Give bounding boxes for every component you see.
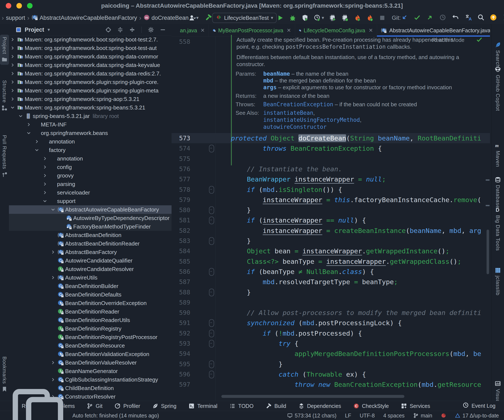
status-widget[interactable]: 4 spaces [383,413,405,419]
tool-window-button-terminal[interactable]: Terminal [188,403,217,409]
stripe-item-project[interactable]: Project [0,35,9,65]
code-line[interactable]: // Allow post-processors to modify the m… [231,308,481,318]
close-icon[interactable]: ✕ [368,27,373,33]
chevron-right-icon[interactable] [10,79,15,85]
editor-tab[interactable]: CMyBeanPostProcessor.java✕ [209,24,295,37]
close-window-button[interactable] [6,3,11,8]
tree-item[interactable]: CFactoryBeanMethodTypeFinder [9,222,172,231]
user-account-icon[interactable]: ▾ [189,14,198,22]
javadoc-link[interactable]: BeanCreationException [263,101,333,108]
tree-item[interactable]: Maven: org.springframework.boot:spring-b… [9,35,172,44]
crosshair-button[interactable] [105,27,112,33]
tree-item[interactable]: CAutowireCandidateQualifier [9,256,172,265]
tree-item[interactable]: CAutowireUtils [9,273,172,282]
chevron-right-icon[interactable] [42,190,48,195]
javadoc-link[interactable]: autowireConstructor [263,124,326,130]
code-line[interactable]: } [231,287,251,297]
tree-item[interactable]: parsing [9,180,172,188]
build-hammer-icon[interactable] [204,14,212,22]
fold-marker[interactable] [209,268,214,276]
tree-item[interactable]: IBeanNameGenerator [9,367,172,375]
stripe-item-maven[interactable]: mMaven [492,140,504,169]
shieldplay-button[interactable] [301,14,309,22]
editor-tab[interactable]: CLifecycleDemoConfig.java✕ [295,24,377,37]
stripe-item-github-copilot[interactable]: GitHub Copilot [492,64,504,113]
code-line[interactable]: if (instanceWrapper == null) { [231,215,366,225]
tree-item[interactable]: BeanDefinitionValidationException [9,350,172,358]
tree-item[interactable]: Maven: org.springframework:spring-beans:… [9,103,172,112]
editor-tab[interactable]: an.java✕ [172,24,209,37]
tree-item[interactable]: CBeanDefinitionReaderUtils [9,316,172,324]
chevron-down-icon[interactable]: ▾ [44,27,50,33]
fold-marker[interactable] [209,330,214,337]
chevron-right-icon[interactable] [10,37,15,42]
tree-item[interactable]: Maven: org.springframework:spring-aop:5.… [9,95,172,103]
tree-item[interactable]: CAbstractBeanDefinitionReader [9,239,172,248]
close-icon[interactable]: ✕ [286,27,291,33]
clockplay-button[interactable]: ▾ [314,14,324,22]
gitok-button[interactable] [414,14,421,22]
chipplay-button[interactable] [329,14,336,22]
breadcrumb-method[interactable]: doCreateBean [150,15,189,21]
status-widget[interactable]: main [413,413,432,419]
chevron-down-icon[interactable] [42,198,48,204]
tool-window-button-build[interactable]: Build [265,403,286,409]
code-line[interactable]: } [231,205,251,215]
tree-item[interactable]: Maven: org.springframework.data:spring-d… [9,61,172,69]
fold-marker[interactable] [209,145,214,152]
stop-button[interactable] [379,14,386,22]
chevron-down-icon[interactable] [34,147,40,153]
fold-marker[interactable] [209,361,214,368]
search-button[interactable] [477,14,485,22]
chevron-right-icon[interactable] [10,54,15,59]
code-line[interactable]: if (beanType ≠ NullBean.class) { [231,267,374,277]
editor-tab[interactable]: CAbstractAutowireCapableBeanFactory.java… [377,24,490,37]
tree-item[interactable]: spring-beans-5.3.21.jarlibrary root [9,112,172,120]
close-icon[interactable]: ✕ [200,27,205,33]
tool-window-button-services[interactable]: Services [401,403,430,409]
run-configuration-select[interactable]: LifecycleBeanTest ▾ [212,13,277,23]
gitclock-button[interactable] [439,14,446,22]
code-line[interactable]: try { [231,338,298,349]
expand-button[interactable] [117,27,123,33]
tree-item[interactable]: annotation [9,137,172,146]
code-line[interactable]: } [231,359,283,369]
tree-item[interactable]: IBeanDefinitionReader [9,307,172,316]
tree-item[interactable]: groovy [9,171,172,180]
chevron-right-icon[interactable] [10,88,15,93]
chevron-down-icon[interactable] [26,130,31,136]
chevron-right-icon[interactable] [10,71,15,76]
tealplay-button[interactable] [502,14,504,22]
stripe-item-big-data-tools[interactable]: DBig Data Tools [492,204,504,253]
code-line[interactable]: synchronized (mbd.postProcessingLock) { [231,318,402,328]
tree-item[interactable]: IBeanDefinitionRegistry [9,324,172,333]
error-stripe-mark[interactable] [486,179,490,181]
gear-button[interactable] [148,27,154,33]
zoom-window-button[interactable] [27,3,33,8]
status-left-icon[interactable] [5,384,69,420]
fold-marker[interactable] [209,237,214,245]
tree-item[interactable]: annotation [9,154,172,163]
tree-item[interactable]: factory [9,146,172,154]
code-line[interactable]: if (!mbd.postProcessed) { [231,328,362,338]
code-line[interactable]: if (mbd.isSingleton()) { [231,185,342,195]
code-line[interactable]: BeanWrapper instanceWrapper = null; [231,174,386,184]
chevron-right-icon[interactable] [34,139,40,144]
status-widget[interactable]: 17 Δ/up-to-date [455,413,499,419]
flameplay-button[interactable] [354,14,361,22]
code-line[interactable]: throws BeanCreationException { [231,143,382,153]
project-panel-title[interactable]: Project [22,27,44,33]
chipbug-button[interactable] [342,14,349,22]
code-line[interactable]: instanceWrapper = this.factoryBeanInstan… [231,195,481,205]
tree-item[interactable]: Maven: org.springframework.plugin:spring… [9,86,172,95]
breadcrumb-package[interactable]: support [6,15,25,21]
javadoc-link[interactable]: instantiateUsingFactoryMethod [263,117,360,123]
translate-button[interactable]: A [465,14,472,22]
chevron-right-icon[interactable] [50,249,56,255]
chevron-down-icon[interactable] [50,207,56,212]
chevron-down-icon[interactable] [18,113,24,119]
flamebug-button[interactable] [366,14,373,22]
minimize-window-button[interactable] [16,3,22,8]
gitup-button[interactable] [426,14,433,22]
fold-marker[interactable] [209,186,214,194]
